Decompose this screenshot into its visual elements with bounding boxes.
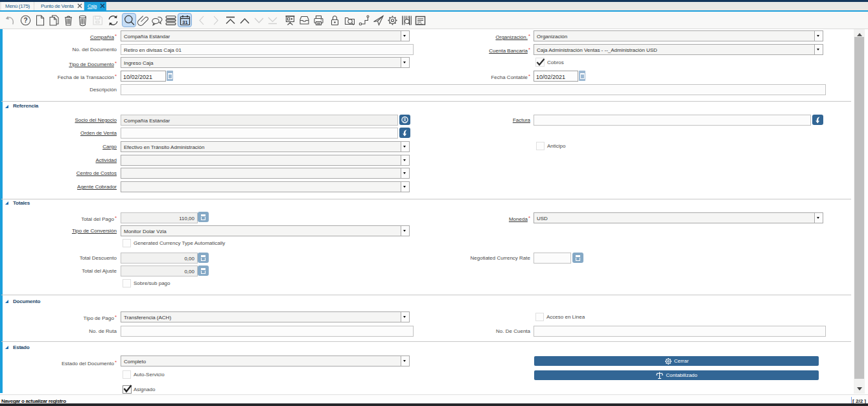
svg-text:31: 31 <box>182 19 187 25</box>
svg-text:?: ? <box>23 17 27 24</box>
